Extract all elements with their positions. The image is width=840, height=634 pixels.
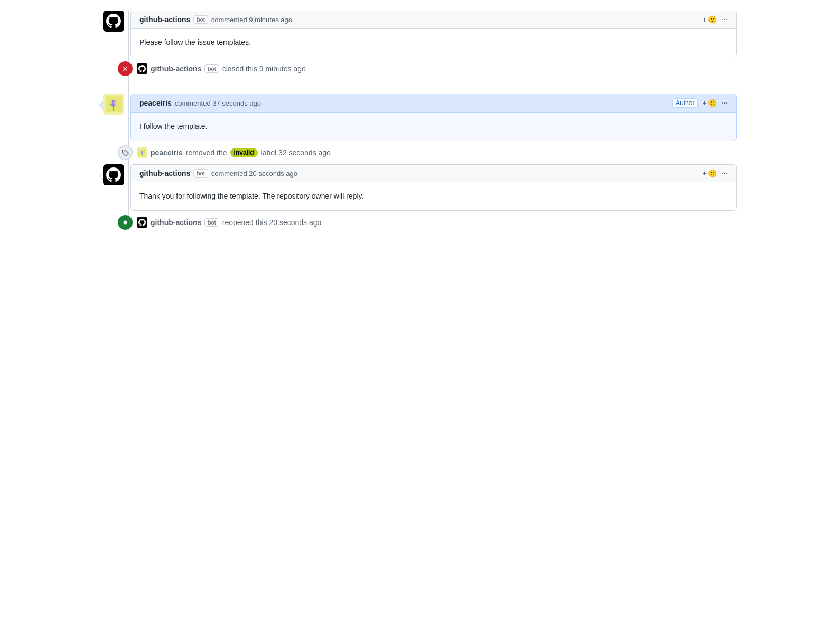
event-closed-description: closed this 9 minutes ago: [222, 64, 306, 73]
event-reopened-username: github-actions: [151, 218, 201, 227]
add-reaction-button-peaceiris[interactable]: + 🙂: [702, 99, 716, 107]
plus-icon-1: +: [702, 15, 706, 24]
smiley-icon-peaceiris: 🙂: [708, 99, 717, 107]
add-reaction-button-1[interactable]: + 🙂: [702, 15, 716, 24]
plus-icon-2: +: [702, 169, 706, 178]
comment-header-1: github-actions bot commented 9 minutes a…: [131, 11, 736, 29]
comment-header-left-2: github-actions bot commented 20 seconds …: [139, 169, 297, 178]
comment-header-peaceiris: peaceiris commented 37 seconds ago Autho…: [131, 94, 736, 113]
bot-badge-2: bot: [193, 169, 208, 178]
username-1: github-actions: [139, 15, 190, 24]
more-options-button-peaceiris[interactable]: ···: [721, 99, 728, 107]
event-bot-badge-reopened: bot: [204, 218, 219, 227]
comment-header-right-peaceiris: Author + 🙂 ···: [672, 98, 728, 108]
timeline: github-actions bot commented 9 minutes a…: [103, 11, 737, 230]
comment-content-github-actions-2: Thank you for following the template. Th…: [131, 182, 736, 210]
comment-body-1: github-actions bot commented 9 minutes a…: [130, 11, 737, 57]
event-avatar-github-closed: [137, 63, 147, 74]
comment-text-peaceiris: I follow the template.: [139, 122, 207, 130]
svg-point-11: [142, 152, 142, 152]
event-closed: github-actions bot closed this 9 minutes…: [103, 61, 737, 76]
event-label-text-after: label 32 seconds ago: [261, 148, 331, 157]
more-options-button-1[interactable]: ···: [721, 15, 728, 24]
add-reaction-button-2[interactable]: + 🙂: [702, 169, 716, 178]
more-options-button-2[interactable]: ···: [721, 169, 728, 178]
comment-github-actions-2: github-actions bot commented 20 seconds …: [103, 164, 737, 211]
divider-1: [103, 85, 737, 85]
avatar-github-actions-1: [103, 11, 124, 32]
smiley-icon-1: 🙂: [708, 15, 717, 24]
comment-github-actions-1: github-actions bot commented 9 minutes a…: [103, 11, 737, 57]
comment-text-1: Please follow the issue templates.: [139, 38, 251, 46]
event-reopened: github-actions bot reopened this 20 seco…: [103, 215, 737, 230]
reopened-icon: [118, 215, 133, 230]
username-github-actions-2: github-actions: [139, 169, 190, 178]
invalid-label-badge: invalid: [230, 148, 258, 157]
closed-icon: [118, 61, 133, 76]
comment-body-peaceiris: peaceiris commented 37 seconds ago Autho…: [130, 94, 737, 141]
plus-icon-peaceiris: +: [702, 99, 706, 107]
comment-content-1: Please follow the issue templates.: [131, 29, 736, 57]
event-label-username: peaceiris: [151, 148, 183, 157]
svg-point-12: [124, 221, 127, 225]
svg-point-5: [113, 102, 115, 104]
comment-peaceiris: peaceiris commented 37 seconds ago Autho…: [103, 94, 737, 141]
event-avatar-peaceiris-label: [137, 147, 147, 158]
event-label-text-before: removed the: [186, 148, 227, 157]
author-badge: Author: [672, 98, 698, 108]
label-icon: [118, 145, 133, 160]
event-label-removed: peaceiris removed the invalid label 32 s…: [103, 145, 737, 160]
comment-header-left-peaceiris: peaceiris commented 37 seconds ago: [139, 99, 261, 107]
avatar-github-actions-2: [103, 164, 124, 185]
timestamp-2: commented 20 seconds ago: [211, 170, 297, 178]
event-closed-text: github-actions bot closed this 9 minutes…: [137, 63, 306, 74]
comment-header-left-1: github-actions bot commented 9 minutes a…: [139, 15, 292, 24]
event-reopened-description: reopened this 20 seconds ago: [222, 218, 322, 227]
event-label-text: peaceiris removed the invalid label 32 s…: [137, 147, 331, 158]
comment-header-right-1: + 🙂 ···: [702, 15, 728, 24]
event-reopened-text: github-actions bot reopened this 20 seco…: [137, 217, 321, 228]
event-closed-username: github-actions: [151, 64, 201, 73]
username-peaceiris: peaceiris: [139, 99, 172, 107]
avatar-peaceiris: [103, 94, 124, 115]
comment-body-github-actions-2: github-actions bot commented 20 seconds …: [130, 164, 737, 211]
event-bot-badge-closed: bot: [204, 64, 219, 73]
comment-header-github-actions-2: github-actions bot commented 20 seconds …: [131, 165, 736, 182]
event-avatar-github-reopened: [137, 217, 147, 228]
timestamp-peaceiris: commented 37 seconds ago: [175, 99, 261, 107]
timestamp-1: commented 9 minutes ago: [211, 16, 292, 24]
comment-header-right-2: + 🙂 ···: [702, 169, 728, 178]
bot-badge-1: bot: [193, 15, 208, 24]
comment-content-peaceiris: I follow the template.: [131, 113, 736, 141]
comment-text-2: Thank you for following the template. Th…: [139, 192, 363, 200]
smiley-icon-2: 🙂: [708, 169, 717, 178]
